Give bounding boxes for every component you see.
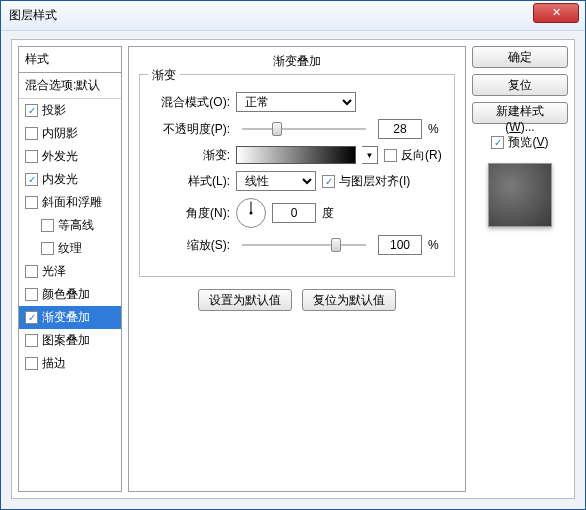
gradient-fieldset: 渐变 混合模式(O): 正常 不透明度(P): % 渐变: ▼ — [139, 74, 455, 277]
set-default-button[interactable]: 设置为默认值 — [198, 289, 292, 311]
preview-checkbox[interactable]: 预览(V) — [472, 134, 568, 151]
style-item-6[interactable]: 纹理 — [19, 237, 121, 260]
new-style-button[interactable]: 新建样式(W)... — [472, 102, 568, 124]
window-title: 图层样式 — [7, 7, 533, 24]
blend-mode-label: 混合模式(O): — [150, 94, 230, 111]
style-label: 描边 — [42, 355, 66, 372]
fieldset-legend: 渐变 — [148, 67, 180, 84]
gradient-dropdown[interactable]: ▼ — [362, 146, 378, 164]
style-label: 纹理 — [58, 240, 82, 257]
style-item-0[interactable]: 投影 — [19, 99, 121, 122]
style-label: 内阴影 — [42, 125, 78, 142]
reverse-checkbox[interactable]: 反向(R) — [384, 147, 442, 164]
style-item-8[interactable]: 颜色叠加 — [19, 283, 121, 306]
style-checkbox[interactable] — [25, 173, 38, 186]
style-item-1[interactable]: 内阴影 — [19, 122, 121, 145]
blend-options-default[interactable]: 混合选项:默认 — [19, 73, 121, 99]
style-checkbox[interactable] — [25, 127, 38, 140]
gradient-overlay-panel: 渐变叠加 渐变 混合模式(O): 正常 不透明度(P): % 渐变: — [128, 46, 466, 492]
styles-list: 样式 混合选项:默认 投影内阴影外发光内发光斜面和浮雕等高线纹理光泽颜色叠加渐变… — [18, 46, 122, 492]
opacity-unit: % — [428, 122, 444, 136]
style-checkbox[interactable] — [25, 196, 38, 209]
opacity-slider[interactable] — [242, 128, 366, 130]
angle-unit: 度 — [322, 205, 334, 222]
style-select[interactable]: 线性 — [236, 171, 316, 191]
style-item-11[interactable]: 描边 — [19, 352, 121, 375]
style-checkbox[interactable] — [25, 104, 38, 117]
scale-slider[interactable] — [242, 244, 366, 246]
angle-label: 角度(N): — [150, 205, 230, 222]
scale-label: 缩放(S): — [150, 237, 230, 254]
layer-style-dialog: 图层样式 ✕ 样式 混合选项:默认 投影内阴影外发光内发光斜面和浮雕等高线纹理光… — [0, 0, 586, 510]
reset-default-button[interactable]: 复位为默认值 — [302, 289, 396, 311]
right-column: 确定 复位 新建样式(W)... 预览(V) — [472, 46, 568, 492]
blend-mode-select[interactable]: 正常 — [236, 92, 356, 112]
style-checkbox[interactable] — [41, 242, 54, 255]
scale-input[interactable] — [378, 235, 422, 255]
style-label: 颜色叠加 — [42, 286, 90, 303]
angle-input[interactable] — [272, 203, 316, 223]
style-item-7[interactable]: 光泽 — [19, 260, 121, 283]
style-checkbox[interactable] — [25, 265, 38, 278]
styles-header: 样式 — [19, 47, 121, 73]
cancel-button[interactable]: 复位 — [472, 74, 568, 96]
style-item-3[interactable]: 内发光 — [19, 168, 121, 191]
style-label: 投影 — [42, 102, 66, 119]
style-item-9[interactable]: 渐变叠加 — [19, 306, 121, 329]
align-checkbox[interactable]: 与图层对齐(I) — [322, 173, 410, 190]
style-checkbox[interactable] — [25, 288, 38, 301]
style-item-2[interactable]: 外发光 — [19, 145, 121, 168]
close-button[interactable]: ✕ — [533, 3, 579, 23]
style-label: 内发光 — [42, 171, 78, 188]
content-area: 样式 混合选项:默认 投影内阴影外发光内发光斜面和浮雕等高线纹理光泽颜色叠加渐变… — [11, 39, 575, 499]
style-label: 等高线 — [58, 217, 94, 234]
style-label: 图案叠加 — [42, 332, 90, 349]
opacity-input[interactable] — [378, 119, 422, 139]
style-item-4[interactable]: 斜面和浮雕 — [19, 191, 121, 214]
style-label: 外发光 — [42, 148, 78, 165]
style-label: 光泽 — [42, 263, 66, 280]
opacity-label: 不透明度(P): — [150, 121, 230, 138]
angle-dial[interactable] — [236, 198, 266, 228]
titlebar: 图层样式 ✕ — [1, 1, 585, 31]
style-checkbox[interactable] — [25, 150, 38, 163]
style-checkbox[interactable] — [25, 357, 38, 370]
style-item-5[interactable]: 等高线 — [19, 214, 121, 237]
style-item-10[interactable]: 图案叠加 — [19, 329, 121, 352]
style-label: 斜面和浮雕 — [42, 194, 102, 211]
panel-title: 渐变叠加 — [139, 53, 455, 70]
gradient-swatch[interactable] — [236, 146, 356, 164]
ok-button[interactable]: 确定 — [472, 46, 568, 68]
style-checkbox[interactable] — [41, 219, 54, 232]
scale-unit: % — [428, 238, 444, 252]
style-label: 渐变叠加 — [42, 309, 90, 326]
style-label: 样式(L): — [150, 173, 230, 190]
style-checkbox[interactable] — [25, 311, 38, 324]
preview-thumbnail — [488, 163, 552, 227]
gradient-label: 渐变: — [150, 147, 230, 164]
style-checkbox[interactable] — [25, 334, 38, 347]
